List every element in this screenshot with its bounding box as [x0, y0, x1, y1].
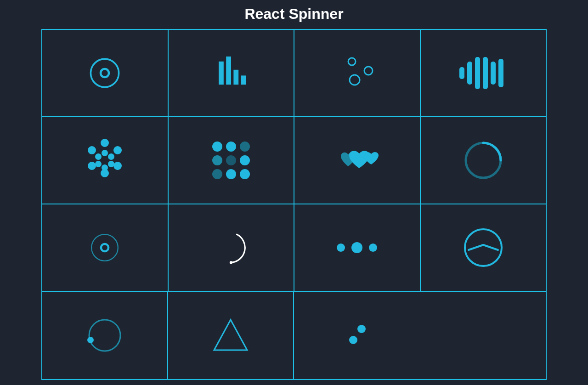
spinner-watch — [421, 204, 546, 291]
spinner-grid — [169, 117, 295, 204]
audio-icon — [456, 52, 511, 94]
svg-rect-4 — [233, 70, 238, 85]
spinner-radio — [42, 204, 169, 291]
svg-rect-11 — [475, 57, 480, 89]
spinner-oval — [421, 117, 546, 204]
svg-point-35 — [240, 169, 250, 179]
hearts-icon — [327, 144, 387, 176]
grid-row — [42, 117, 546, 204]
spinner-bars — [169, 30, 295, 116]
svg-marker-46 — [214, 320, 247, 350]
three-dots-icon — [329, 236, 384, 259]
grid-row — [42, 292, 546, 379]
svg-rect-10 — [467, 62, 472, 85]
svg-point-26 — [95, 153, 102, 160]
svg-point-43 — [465, 229, 502, 266]
svg-rect-13 — [491, 62, 496, 85]
spinner-triangle — [168, 292, 294, 379]
spinner-revolving-dot — [42, 292, 168, 379]
svg-point-15 — [101, 139, 109, 147]
revolving-dot-icon — [82, 312, 128, 358]
svg-point-40 — [337, 243, 345, 252]
grid-row — [42, 204, 546, 292]
spinner-hearts — [294, 117, 421, 204]
spinner-three-dots — [294, 204, 421, 291]
svg-point-17 — [113, 162, 122, 170]
svg-point-45 — [87, 337, 94, 343]
svg-point-6 — [348, 58, 356, 65]
svg-point-29 — [240, 142, 250, 152]
page-title: React Spinner — [0, 0, 588, 29]
tail-spin-icon — [210, 227, 252, 268]
svg-point-27 — [212, 142, 222, 152]
bars-icon — [210, 52, 252, 94]
svg-point-31 — [226, 155, 236, 165]
svg-point-37 — [91, 234, 118, 261]
svg-point-33 — [212, 169, 222, 179]
svg-rect-12 — [483, 57, 488, 89]
svg-rect-5 — [241, 75, 246, 85]
svg-point-19 — [88, 162, 96, 170]
svg-point-28 — [226, 142, 236, 152]
svg-rect-9 — [459, 67, 464, 79]
dot-cluster-icon — [77, 133, 132, 188]
spinner-audio — [421, 30, 546, 116]
svg-point-47 — [357, 325, 366, 333]
svg-point-41 — [351, 242, 362, 253]
svg-point-0 — [91, 59, 119, 87]
grid-icon — [206, 135, 256, 186]
svg-point-24 — [102, 164, 108, 171]
oval-icon — [460, 137, 506, 183]
svg-point-32 — [240, 155, 250, 165]
svg-point-22 — [108, 153, 114, 160]
svg-point-1 — [101, 69, 109, 77]
triangle-icon — [208, 312, 254, 358]
svg-rect-2 — [219, 62, 224, 85]
grid-row — [42, 30, 546, 117]
svg-point-34 — [226, 169, 236, 179]
svg-point-8 — [350, 75, 360, 85]
svg-point-16 — [113, 146, 122, 154]
spinner-dot-cluster — [42, 117, 169, 204]
svg-point-23 — [108, 161, 114, 167]
watch-icon — [460, 225, 506, 271]
two-dots-icon — [339, 317, 375, 354]
bubbles-icon — [332, 52, 382, 94]
svg-rect-14 — [498, 59, 503, 87]
svg-point-7 — [364, 67, 373, 75]
svg-point-30 — [212, 155, 222, 165]
svg-point-39 — [230, 261, 232, 264]
spinner-circles-with-bar — [42, 30, 169, 116]
spinner-grid — [41, 29, 547, 380]
spinner-bubbles — [294, 30, 421, 116]
svg-point-25 — [95, 161, 102, 167]
svg-point-48 — [349, 336, 357, 344]
spinner-tail-spin — [169, 204, 295, 291]
radio-icon — [84, 227, 125, 268]
svg-point-44 — [89, 320, 120, 351]
svg-point-42 — [369, 243, 377, 252]
svg-rect-3 — [226, 57, 231, 85]
svg-point-38 — [101, 244, 108, 251]
svg-point-20 — [88, 146, 96, 154]
svg-point-21 — [102, 150, 108, 156]
spinner-two-dots — [294, 292, 420, 379]
circles-with-bar-icon — [84, 52, 125, 94]
